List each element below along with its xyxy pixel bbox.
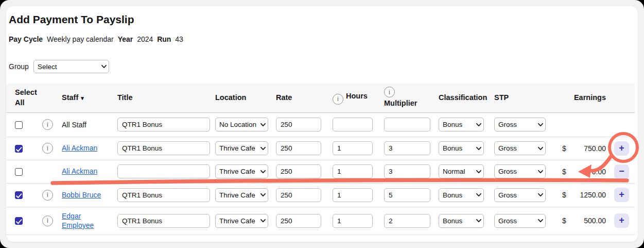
title-input[interactable] xyxy=(117,118,210,131)
info-icon[interactable]: i xyxy=(42,119,53,130)
table-row: i All Staff No Location Bonus Gross xyxy=(6,112,635,137)
rate-input[interactable] xyxy=(276,214,321,228)
info-icon[interactable]: i xyxy=(384,87,395,97)
info-icon[interactable]: i xyxy=(42,216,53,226)
stp-select[interactable]: Gross xyxy=(494,141,546,155)
row-checkbox[interactable] xyxy=(15,145,23,153)
title-input[interactable] xyxy=(117,214,210,228)
location-select[interactable]: Thrive Cafe xyxy=(215,188,268,202)
title-input[interactable] xyxy=(117,141,210,155)
location-select[interactable]: Thrive Cafe xyxy=(215,214,268,228)
stp-select[interactable]: Gross xyxy=(494,164,546,178)
pay-cycle-value: Weekly pay calendar xyxy=(47,35,114,43)
row-checkbox[interactable] xyxy=(15,217,23,225)
info-icon[interactable]: i xyxy=(333,94,343,105)
stp-select[interactable]: Gross xyxy=(494,214,546,228)
hours-input[interactable] xyxy=(333,141,373,155)
classification-select[interactable]: Bonus xyxy=(439,188,484,202)
table-row: i Bobbi Bruce Thrive Cafe Bonus Gross $1… xyxy=(6,183,635,207)
info-header xyxy=(39,84,58,112)
year-value: 2024 xyxy=(137,35,153,43)
classification-select[interactable]: Bonus xyxy=(439,118,484,131)
table-row: i Edgar Employee Thrive Cafe Bonus Gross… xyxy=(6,207,635,235)
row-checkbox[interactable] xyxy=(15,168,23,176)
hours-input[interactable] xyxy=(333,214,373,228)
rate-header: Rate xyxy=(273,84,329,112)
row-checkbox[interactable] xyxy=(15,191,23,199)
title-header: Title xyxy=(112,84,212,112)
run-value: 43 xyxy=(175,35,183,43)
staff-name: All Staff xyxy=(62,121,86,129)
location-header: Location xyxy=(212,84,273,112)
content-card: Add Payment To Payslip Pay Cycle Weekly … xyxy=(6,6,638,242)
classification-select[interactable]: Bonus xyxy=(439,214,484,228)
hours-input[interactable] xyxy=(333,118,373,131)
earnings-value: 0.00 xyxy=(592,168,606,176)
staff-link[interactable]: Ali Ackman xyxy=(62,167,97,176)
earnings-value: 1250.00 xyxy=(580,191,606,199)
multiplier-input[interactable] xyxy=(384,118,430,131)
rate-input[interactable] xyxy=(276,118,321,131)
classification-select[interactable]: Normal xyxy=(439,164,484,178)
classification-header: Classification xyxy=(436,84,491,112)
staff-link[interactable]: Ali Ackman xyxy=(62,143,97,153)
hours-header: iHours xyxy=(329,84,381,112)
table-header-row: Select All Staff▾ Title Location Rate iH… xyxy=(6,84,635,112)
group-label: Group xyxy=(9,62,29,71)
select-all-header: Select All xyxy=(6,84,39,112)
remove-row-button[interactable]: − xyxy=(614,164,629,179)
location-select[interactable]: No Location xyxy=(215,118,268,131)
add-row-button[interactable]: + xyxy=(614,213,629,228)
location-select[interactable]: Thrive Cafe xyxy=(215,164,268,178)
earnings-value: 500.00 xyxy=(584,217,606,225)
rate-input[interactable] xyxy=(276,188,321,202)
currency-symbol: $ xyxy=(562,144,566,153)
sort-desc-icon: ▾ xyxy=(81,95,84,101)
group-filter: Group Select xyxy=(9,60,109,73)
group-select[interactable]: Select xyxy=(33,60,109,73)
currency-symbol: $ xyxy=(562,168,566,176)
page-frame: Add Payment To Payslip Pay Cycle Weekly … xyxy=(0,0,644,248)
payments-table: Select All Staff▾ Title Location Rate iH… xyxy=(6,84,635,235)
staff-link[interactable]: Edgar Employee xyxy=(62,211,112,230)
add-row-button[interactable]: + xyxy=(614,141,629,156)
add-row-button[interactable]: + xyxy=(614,188,629,202)
stp-header: STP xyxy=(491,84,553,112)
currency-symbol: $ xyxy=(562,191,566,199)
staff-link[interactable]: Bobbi Bruce xyxy=(62,190,101,200)
rate-input[interactable] xyxy=(276,141,321,155)
stp-select[interactable]: Gross xyxy=(494,188,546,202)
multiplier-input[interactable] xyxy=(384,188,430,202)
earnings-value: 750.00 xyxy=(584,144,606,153)
info-icon[interactable]: i xyxy=(42,143,53,154)
pay-cycle-label: Pay Cycle xyxy=(9,35,43,43)
location-select[interactable]: Thrive Cafe xyxy=(215,141,268,155)
title-input[interactable] xyxy=(117,188,210,202)
title-input[interactable] xyxy=(117,164,210,178)
multiplier-header: i Multiplier xyxy=(381,84,436,112)
actions-header xyxy=(608,84,635,112)
row-checkbox[interactable] xyxy=(15,121,23,129)
staff-header-sort[interactable]: Staff▾ xyxy=(58,84,112,112)
year-label: Year xyxy=(118,35,133,43)
payments-table-wrap: Select All Staff▾ Title Location Rate iH… xyxy=(6,84,638,235)
multiplier-input[interactable] xyxy=(384,141,430,155)
pay-run-meta: Pay Cycle Weekly pay calendar Year 2024 … xyxy=(9,35,185,43)
hours-input[interactable] xyxy=(333,164,373,178)
info-icon[interactable]: i xyxy=(42,190,53,201)
table-row: i Ali Ackman Thrive Cafe Bonus Gross $75… xyxy=(6,137,635,160)
rate-input[interactable] xyxy=(276,164,321,178)
table-row: Ali Ackman Thrive Cafe Normal Gross $0.0… xyxy=(6,160,635,183)
stp-select[interactable]: Gross xyxy=(494,118,546,131)
classification-select[interactable]: Bonus xyxy=(439,141,484,155)
page-title: Add Payment To Payslip xyxy=(9,13,134,26)
currency-symbol: $ xyxy=(562,217,566,225)
multiplier-input[interactable] xyxy=(384,164,430,178)
multiplier-input[interactable] xyxy=(384,214,430,228)
earnings-header: Earnings xyxy=(553,84,608,112)
hours-input[interactable] xyxy=(333,188,373,202)
run-label: Run xyxy=(157,35,171,43)
